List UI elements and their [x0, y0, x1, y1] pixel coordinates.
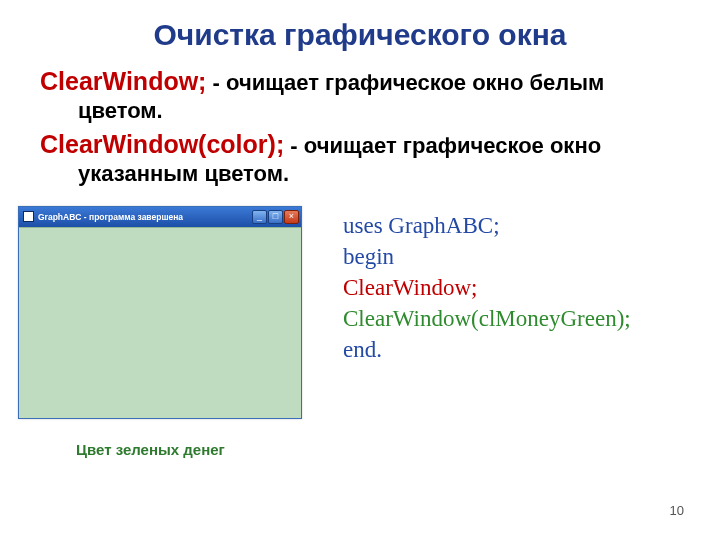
code-line-end: end. — [343, 334, 680, 365]
cmd2-desc-b: указанным цветом. — [78, 160, 680, 188]
code-sample: uses GraphABC; begin ClearWindow; ClearW… — [303, 206, 680, 365]
cmd-clearwindow: ClearWindow; — [40, 67, 206, 95]
window-app-icon — [23, 211, 34, 222]
cmd-clearwindow-color: ClearWindow(color); — [40, 130, 284, 158]
close-button[interactable]: × — [284, 210, 299, 224]
code-line-uses: uses GraphABC; — [343, 210, 680, 241]
code-line-begin: begin — [343, 241, 680, 272]
minimize-button[interactable]: _ — [252, 210, 267, 224]
code-line-clear1: ClearWindow; — [343, 272, 680, 303]
window-title-text: GraphABC - программа завершена — [38, 212, 252, 222]
window-caption: Цвет зеленых денег — [76, 441, 303, 458]
window-titlebar: GraphABC - программа завершена _ □ × — [19, 207, 301, 227]
maximize-button[interactable]: □ — [268, 210, 283, 224]
example-window: GraphABC - программа завершена _ □ × — [18, 206, 302, 419]
cmd2-desc-a: - очищает графическое окно — [284, 133, 601, 158]
desc-line-2: ClearWindow(color); - очищает графическо… — [40, 129, 680, 188]
page-title: Очистка графического окна — [40, 18, 680, 52]
code-line-clear2: ClearWindow(clMoneyGreen); — [343, 303, 680, 334]
page-number: 10 — [670, 503, 684, 518]
cmd1-desc-b: цветом. — [78, 97, 680, 125]
cmd1-desc-a: - очищает графическое окно белым — [206, 70, 604, 95]
desc-line-1: ClearWindow; - очищает графическое окно … — [40, 66, 680, 125]
window-client-area — [19, 227, 301, 418]
